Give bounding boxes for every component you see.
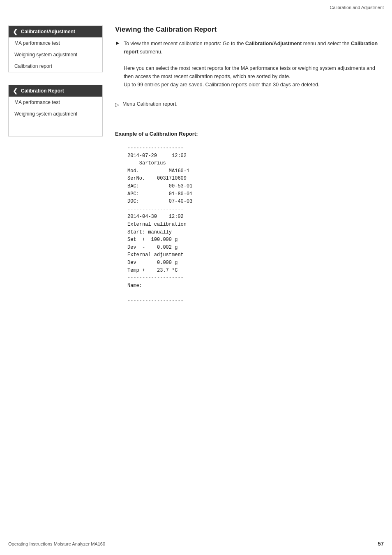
report-line-ext-adj: External adjustment	[127, 251, 384, 259]
right-column: Viewing the Calibration Report ► To view…	[111, 25, 384, 306]
hollow-arrow-icon: ▷	[115, 102, 119, 108]
page-footer: Operating Instructions Moisture Analyzer…	[0, 541, 392, 547]
report-dash-3: -------------------	[127, 274, 384, 282]
menu-note-text: Menu Calibration report.	[122, 101, 178, 107]
report-dash-4: -------------------	[127, 297, 384, 305]
back-arrow-icon[interactable]: ❮	[13, 28, 18, 35]
report-line-dev2: Dev 0.000 g	[127, 259, 384, 267]
footer-title: Operating Instructions Moisture Analyzer…	[8, 541, 105, 546]
menu-item-weighing-2[interactable]: Weighing system adjustment	[9, 108, 102, 120]
menu-box-calibration-report: ❮ Calibration Report MA performance test…	[8, 85, 103, 136]
menu-box-header-2: ❮ Calibration Report	[9, 85, 102, 97]
report-line-ext-cal: External calibration	[127, 221, 384, 229]
bullet-calibration-report: ► To view the most recent calibration re…	[115, 39, 384, 96]
report-line-doc: DOC: 07-40-03	[127, 198, 384, 206]
left-column: ❮ Calibration/Adjustment MA performance …	[8, 25, 103, 306]
calibration-report-example: ------------------- 2014-07-29 12:02 Sar…	[115, 143, 384, 306]
report-line-temp: Temp + 23.7 °C	[127, 267, 384, 275]
report-line-mod: Mod. MA160-1	[127, 167, 384, 175]
page-number: 57	[378, 541, 384, 547]
report-dash-2: -------------------	[127, 206, 384, 213]
menu-item-calibration-report-1[interactable]: Calibration report	[9, 60, 102, 72]
menu-item-weighing-1[interactable]: Weighing system adjustment	[9, 49, 102, 60]
report-line-sartorius: Sartorius	[127, 160, 384, 167]
menu-item-ma-performance-1[interactable]: MA performance test	[9, 37, 102, 49]
report-line-bac: BAC: 00-53-01	[127, 183, 384, 190]
menu-item-ma-performance-2[interactable]: MA performance test	[9, 97, 102, 108]
report-line-start: Start: manually	[127, 229, 384, 236]
report-line-blank	[127, 289, 384, 297]
report-line-name: Name:	[127, 282, 384, 290]
section-title: Viewing the Calibration Report	[115, 25, 384, 34]
report-dash-1: -------------------	[127, 144, 384, 152]
report-line-date: 2014-07-29 12:02	[127, 152, 384, 160]
report-line-apc: APC: 01-80-01	[127, 190, 384, 198]
menu-box-calibration-adjustment: ❮ Calibration/Adjustment MA performance …	[8, 25, 103, 72]
report-line-dev1: Dev - 0.002 g	[127, 244, 384, 252]
bullet-menu-note: ▷ Menu Calibration report.	[115, 101, 384, 118]
filled-arrow-icon: ►	[115, 40, 120, 46]
back-arrow-icon-2[interactable]: ❮	[13, 88, 18, 94]
menu-box-header-1: ❮ Calibration/Adjustment	[9, 26, 102, 37]
intro-paragraph: To view the most recent calibration repo…	[124, 39, 384, 89]
report-line-serno: SerNo. 0031710609	[127, 175, 384, 183]
report-line-set: Set + 100.000 g	[127, 236, 384, 244]
report-line-date2: 2014-04-30 12:02	[127, 213, 384, 221]
page-header: Calibration and Adjustment	[0, 0, 392, 13]
example-title: Example of a Calibration Report:	[115, 131, 384, 137]
